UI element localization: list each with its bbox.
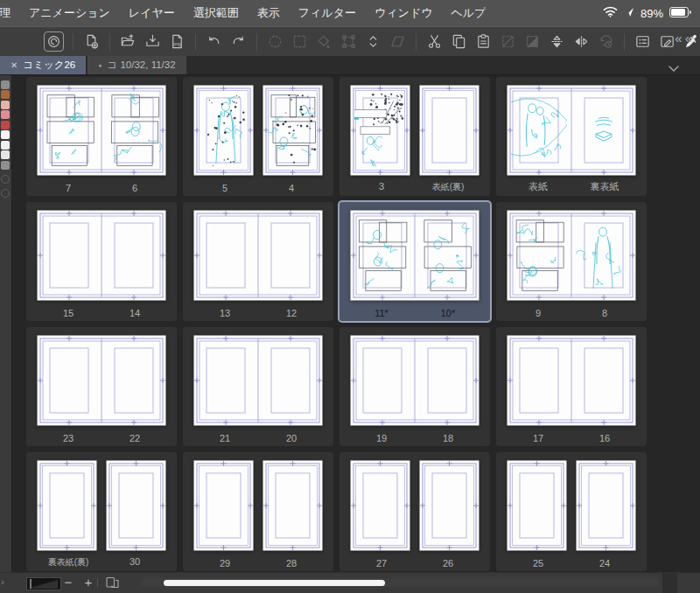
page-label: 20 (258, 433, 325, 443)
paste-icon[interactable] (474, 32, 493, 51)
expand-updown-icon[interactable] (364, 32, 382, 51)
horizontal-scrollbar-track[interactable] (140, 578, 660, 587)
spread-25-24[interactable]: 2524 (496, 452, 647, 571)
page-label: 15 (35, 308, 102, 318)
bottombar-divider (97, 578, 98, 587)
fill-tool-icon[interactable] (315, 32, 333, 51)
spread-表紙-裏表紙[interactable]: 表紙裏表紙 (496, 77, 647, 196)
page-label: 表紙 (505, 180, 571, 193)
copy-icon[interactable] (450, 32, 468, 51)
spread-labels: 表紙裏表紙 (505, 180, 638, 193)
zoom-slider-handle[interactable] (30, 579, 32, 589)
open-file-icon[interactable] (119, 32, 137, 51)
spread-13-12[interactable]: 1312 (183, 202, 333, 321)
toolbar-divider (256, 33, 257, 51)
menu-item-6[interactable]: ウィンドウ (374, 5, 433, 21)
palette-swatch-3[interactable] (1, 110, 10, 119)
palette-swatch-0[interactable] (1, 80, 10, 89)
page-label: 3 (348, 181, 415, 193)
menu-item-5[interactable]: フィルター (298, 5, 356, 21)
flip-vertical-icon[interactable] (548, 32, 566, 51)
transform-frame-icon[interactable] (340, 32, 358, 51)
spread-19-18[interactable]: 1918 (340, 327, 490, 446)
spread-9-8[interactable]: 98 (496, 202, 647, 321)
strip-pad (0, 75, 11, 79)
battery-icon (669, 5, 691, 21)
spread-29-28[interactable]: 2928 (183, 452, 333, 571)
page-label: 21 (192, 433, 258, 443)
palette-tool-icon-0[interactable] (1, 175, 10, 184)
menu-bar: 理アニメーションレイヤー選択範囲表示フィルターウィンドウヘルプ 89% (0, 0, 700, 26)
select-rect-icon[interactable] (290, 32, 309, 51)
spread-裏表紙(裏)-30[interactable]: 裏表紙(裏)30 (26, 452, 177, 571)
new-page-icon[interactable] (82, 32, 101, 51)
page-label: 22 (102, 433, 168, 443)
spread-15-14[interactable]: 1514 (26, 202, 177, 321)
menu-item-1[interactable]: アニメーション (29, 5, 110, 21)
panel-settings-icon[interactable] (634, 32, 652, 51)
rotate-clock-icon[interactable] (597, 32, 615, 51)
deselect-icon[interactable] (266, 32, 284, 51)
toolbar: png«« (0, 26, 700, 56)
tab-label: コミック26 (23, 59, 75, 72)
palette-swatch-7[interactable] (1, 150, 10, 159)
spread-7-6[interactable]: 76 (26, 77, 177, 196)
page-label: 9 (505, 308, 571, 318)
save-export-icon[interactable] (144, 32, 162, 51)
spread-11*-10*[interactable]: 11*10* (340, 202, 490, 321)
page-label: 14 (102, 308, 168, 318)
page-label: 11* (348, 308, 415, 318)
menu-item-7[interactable]: ヘルプ (452, 5, 486, 21)
spread-27-26[interactable]: 2726 (340, 452, 490, 571)
palette-swatch-4[interactable] (1, 121, 10, 129)
spread-23-22[interactable]: 2322 (26, 327, 177, 446)
spread-17-16[interactable]: 1716 (496, 327, 647, 446)
palette-tool-icon-1[interactable] (1, 189, 10, 198)
skew-transform-icon[interactable] (388, 32, 407, 51)
page-label: 24 (571, 558, 638, 569)
pages-view-icon[interactable] (106, 576, 119, 592)
expand-panel-icon[interactable]: › (1, 576, 4, 587)
page-manager-area: 76543表紙(裏)表紙裏表紙1514131211*10*98232221201… (0, 74, 700, 572)
crop-frame-icon[interactable] (499, 32, 517, 51)
redo-icon[interactable] (229, 32, 248, 51)
app-logo-icon[interactable] (44, 31, 64, 52)
cut-icon[interactable] (425, 32, 444, 51)
menu-item-4[interactable]: 表示 (257, 5, 280, 21)
zoom-slider[interactable] (26, 577, 61, 590)
wifi-icon (603, 5, 618, 21)
zoom-in-button[interactable]: + (81, 574, 95, 591)
palette-swatch-5[interactable] (1, 130, 10, 139)
palette-swatch-1[interactable] (1, 90, 10, 99)
document-tab-1[interactable]: ●コ 10/32, 11/32 (88, 56, 186, 74)
flip-horizontal-icon[interactable] (572, 32, 591, 51)
menu-item-0[interactable]: 理 (0, 5, 10, 21)
edit-window-icon[interactable] (658, 32, 676, 51)
zoom-out-button[interactable]: − (61, 574, 75, 591)
tab-close-icon[interactable]: ✕ (10, 60, 18, 70)
menu-item-3[interactable]: 選択範囲 (193, 5, 239, 21)
toolbar-divider (624, 33, 625, 51)
left-palette-strip[interactable] (0, 75, 12, 572)
mask-fill-icon[interactable] (523, 32, 542, 51)
undo-icon[interactable] (205, 32, 223, 51)
spread-labels: 11*10* (348, 308, 481, 318)
horizontal-scrollbar-thumb[interactable] (164, 580, 385, 586)
menu-item-2[interactable]: レイヤー (129, 5, 175, 21)
spread-21-20[interactable]: 2120 (183, 327, 333, 446)
spread-5-4[interactable]: 54 (183, 77, 333, 196)
document-tab-0[interactable]: ✕コミック26 (0, 56, 86, 74)
spread-labels: 2524 (505, 558, 638, 569)
palette-swatch-8[interactable] (1, 161, 10, 170)
export-png-icon[interactable]: png (168, 32, 186, 51)
toolbar-divider (109, 33, 110, 51)
collapse-panels-icon[interactable]: «« (675, 31, 695, 45)
spread-labels: 98 (505, 308, 638, 318)
spread-labels: 1312 (192, 308, 325, 318)
palette-swatch-2[interactable] (1, 101, 10, 109)
clip-studio-page-manager-window: 理アニメーションレイヤー選択範囲表示フィルターウィンドウヘルプ 89% png«… (0, 0, 700, 593)
page-label: 29 (192, 558, 258, 569)
palette-swatch-6[interactable] (1, 141, 10, 150)
page-label: 12 (258, 308, 325, 318)
spread-3-表紙(裏)[interactable]: 3表紙(裏) (340, 77, 490, 196)
